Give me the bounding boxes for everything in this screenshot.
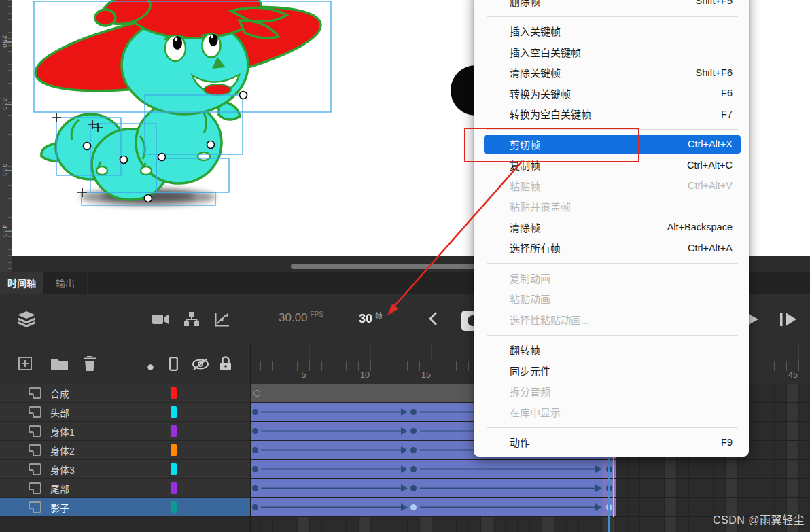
menu-item-label: 清除帧: [510, 220, 540, 234]
menu-item-shortcut: Shift+F5: [696, 0, 733, 6]
highlight-layers-toggle[interactable]: [147, 364, 154, 370]
layer-color-swatch[interactable]: [171, 444, 177, 456]
camera-icon[interactable]: [152, 313, 169, 325]
menu-item-label: 粘贴帧: [510, 179, 540, 193]
body-segments[interactable]: [41, 101, 240, 200]
layer-name: 身体3: [50, 463, 75, 476]
fps-display[interactable]: 30.00FPS: [279, 311, 323, 325]
menu-item[interactable]: 删除帧 Shift+F5: [474, 0, 749, 12]
keyframe-dot[interactable]: [252, 447, 258, 453]
keyframe-dot[interactable]: [252, 504, 258, 510]
menu-item[interactable]: 选择性粘贴动画...: [474, 309, 749, 330]
watermark: CSDN @雨翼轻尘: [713, 511, 805, 527]
menu-item[interactable]: 转换为空白关键帧 F7: [474, 104, 749, 125]
menu-item[interactable]: 翻转帧: [474, 340, 749, 361]
step-forward-button[interactable]: [780, 313, 796, 326]
frame-ruler-label: 45: [788, 370, 798, 380]
menu-item[interactable]: 粘贴并覆盖帧: [474, 196, 749, 217]
menu-item-shortcut: Ctrl+Alt+X: [688, 139, 733, 149]
new-folder-button[interactable]: [51, 357, 68, 370]
layer-row[interactable]: 头部: [0, 403, 251, 422]
layer-page-icon: [29, 501, 41, 513]
visibility-toggle[interactable]: [192, 358, 209, 370]
menu-item[interactable]: 同步元件: [474, 360, 749, 381]
parenting-icon[interactable]: [184, 312, 199, 327]
layer-row[interactable]: 影子: [0, 498, 251, 517]
layer-row[interactable]: 身体1: [0, 422, 251, 441]
menu-item-label: 动作: [510, 435, 530, 449]
fps-value[interactable]: 30.00: [279, 311, 308, 324]
tab-timeline[interactable]: 时间轴: [0, 272, 43, 294]
keyframe-dot[interactable]: [252, 466, 258, 472]
layer-page-icon: [29, 406, 41, 418]
layer-name: 身体2: [50, 444, 75, 457]
keyframe-dot[interactable]: [410, 409, 417, 415]
menu-separator: [474, 330, 749, 340]
tab-output[interactable]: 输出: [43, 272, 88, 294]
layers-icon[interactable]: [18, 311, 35, 327]
layer-color-swatch[interactable]: [171, 501, 177, 513]
keyframe-dot[interactable]: [410, 447, 417, 453]
menu-item[interactable]: 转换为关键帧 F6: [474, 83, 749, 104]
menu-item[interactable]: 清除帧 Alt+Backspace: [474, 217, 749, 238]
menu-item-label: 转换为关键帧: [510, 86, 571, 101]
tween-frame-span[interactable]: [249, 498, 616, 516]
tween-frame-span[interactable]: [249, 479, 616, 497]
menu-item-label: 插入空白关键帧: [510, 45, 581, 59]
outline-view-toggle[interactable]: [169, 357, 178, 371]
step-back-button[interactable]: [428, 311, 438, 326]
menu-item[interactable]: 粘贴动画: [474, 289, 749, 310]
layer-page-icon: [29, 482, 41, 494]
menu-item[interactable]: 插入关键帧: [474, 21, 749, 42]
layer-row[interactable]: 身体2: [0, 441, 251, 460]
keyframe-dot[interactable]: [252, 485, 258, 491]
layer-color-swatch[interactable]: [171, 463, 177, 475]
frame-ruler-label: 10: [360, 370, 370, 380]
current-frame-display[interactable]: 30帧: [359, 310, 383, 326]
layer-color-swatch[interactable]: [171, 406, 177, 418]
app-root: 250300350400 时间轴 输出: [0, 0, 810, 532]
menu-item[interactable]: 拆分音频: [474, 381, 749, 402]
menu-item[interactable]: 在库中显示: [474, 402, 749, 423]
layer-row[interactable]: 身体3: [0, 460, 251, 479]
menu-item[interactable]: 清除关键帧 Shift+F6: [474, 63, 749, 84]
menu-item-label: 选择所有帧: [510, 241, 561, 255]
horizontal-scrollbar[interactable]: [291, 264, 476, 269]
tween-arrow: [261, 479, 409, 497]
layer-track[interactable]: [251, 479, 810, 498]
vertical-ruler-label: 400: [1, 225, 9, 238]
keyframe-dot[interactable]: [252, 428, 258, 434]
menu-item[interactable]: 插入空白关键帧: [474, 41, 749, 63]
layer-color-swatch[interactable]: [171, 387, 177, 399]
vertical-ruler-label: 250: [1, 35, 9, 48]
menu-separator: [474, 12, 749, 21]
lock-toggle[interactable]: [219, 356, 232, 371]
frame-ruler-label: 15: [421, 370, 431, 380]
menu-item-label: 在库中显示: [510, 405, 561, 419]
layer-color-swatch[interactable]: [171, 482, 177, 494]
keyframe-dot[interactable]: [410, 504, 417, 510]
empty-keyframe-icon: [253, 390, 260, 397]
keyframe-dot[interactable]: [252, 409, 258, 415]
keyframe-dot[interactable]: [410, 428, 417, 434]
layer-row[interactable]: 尾部: [0, 479, 251, 498]
delete-layer-button[interactable]: [84, 356, 96, 371]
menu-item[interactable]: 选择所有帧 Ctrl+Alt+A: [474, 238, 749, 259]
layer-color-swatch[interactable]: [171, 425, 177, 437]
menu-item-shortcut: Ctrl+Alt+C: [687, 160, 733, 171]
layer-name: 合成: [50, 387, 69, 400]
menu-item[interactable]: 动作 F9: [474, 432, 749, 453]
vertical-ruler-label: 300: [1, 98, 9, 111]
menu-item[interactable]: 粘贴帧 Ctrl+Alt+V: [474, 175, 749, 196]
layer-row[interactable]: 合成: [0, 384, 251, 403]
current-frame-value[interactable]: 30: [359, 312, 372, 325]
layer-name: 尾部: [50, 482, 69, 495]
tween-frame-span[interactable]: [249, 460, 616, 478]
keyframe-dot[interactable]: [410, 466, 417, 472]
fps-unit: FPS: [311, 311, 323, 318]
graph-editor-icon[interactable]: [215, 312, 230, 327]
keyframe-dot[interactable]: [410, 485, 417, 491]
menu-item[interactable]: 复制动画: [474, 268, 749, 289]
add-layer-button[interactable]: [18, 357, 32, 370]
layer-track[interactable]: [251, 460, 810, 479]
